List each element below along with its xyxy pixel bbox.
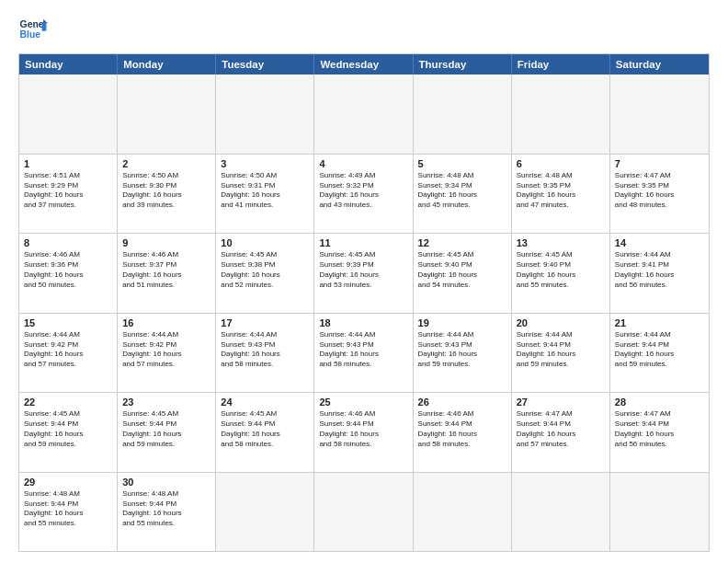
- calendar-cell: [314, 75, 413, 154]
- day-number: 22: [24, 396, 112, 408]
- calendar-cell: 20Sunrise: 4:44 AM Sunset: 9:44 PM Dayli…: [512, 314, 610, 393]
- calendar-cell: 11Sunrise: 4:45 AM Sunset: 9:39 PM Dayli…: [314, 234, 413, 313]
- calendar-cell: 29Sunrise: 4:48 AM Sunset: 9:44 PM Dayli…: [19, 473, 118, 552]
- day-number: 27: [517, 396, 605, 408]
- calendar-cell: [512, 473, 610, 552]
- cell-daylight-info: Sunrise: 4:44 AM Sunset: 9:41 PM Dayligh…: [615, 250, 704, 290]
- day-number: 7: [615, 157, 704, 170]
- calendar-cell: 7Sunrise: 4:47 AM Sunset: 9:35 PM Daylig…: [610, 155, 709, 234]
- calendar-cell: 8Sunrise: 4:46 AM Sunset: 9:36 PM Daylig…: [19, 234, 118, 313]
- calendar-cell: 30Sunrise: 4:48 AM Sunset: 9:44 PM Dayli…: [118, 473, 216, 552]
- calendar-cell: 12Sunrise: 4:45 AM Sunset: 9:40 PM Dayli…: [414, 234, 512, 313]
- calendar-row-1: 1Sunrise: 4:51 AM Sunset: 9:29 PM Daylig…: [19, 154, 709, 234]
- calendar-cell: 18Sunrise: 4:44 AM Sunset: 9:43 PM Dayli…: [314, 314, 413, 393]
- day-number: 18: [319, 316, 407, 329]
- day-number: 23: [122, 396, 210, 408]
- cell-daylight-info: Sunrise: 4:45 AM Sunset: 9:44 PM Dayligh…: [221, 409, 309, 449]
- cell-daylight-info: Sunrise: 4:48 AM Sunset: 9:34 PM Dayligh…: [418, 171, 506, 211]
- calendar-cell: [610, 75, 709, 154]
- calendar-cell: 2Sunrise: 4:50 AM Sunset: 9:30 PM Daylig…: [118, 155, 216, 234]
- cell-daylight-info: Sunrise: 4:44 AM Sunset: 9:43 PM Dayligh…: [221, 330, 309, 370]
- calendar-cell: 27Sunrise: 4:47 AM Sunset: 9:44 PM Dayli…: [512, 393, 610, 472]
- day-number: 4: [319, 157, 407, 170]
- day-number: 19: [418, 316, 506, 329]
- calendar-cell: [118, 75, 216, 154]
- day-number: 20: [517, 316, 605, 329]
- calendar-cell: 9Sunrise: 4:46 AM Sunset: 9:37 PM Daylig…: [118, 234, 216, 313]
- calendar-cell: 4Sunrise: 4:49 AM Sunset: 9:32 PM Daylig…: [314, 155, 413, 234]
- day-number: 8: [24, 236, 112, 249]
- header-day-thursday: Thursday: [414, 54, 512, 75]
- calendar-cell: 6Sunrise: 4:48 AM Sunset: 9:35 PM Daylig…: [512, 155, 610, 234]
- cell-daylight-info: Sunrise: 4:45 AM Sunset: 9:38 PM Dayligh…: [221, 250, 309, 290]
- day-number: 9: [122, 236, 210, 249]
- calendar-row-2: 8Sunrise: 4:46 AM Sunset: 9:36 PM Daylig…: [19, 233, 709, 313]
- day-number: 30: [122, 476, 210, 488]
- cell-daylight-info: Sunrise: 4:45 AM Sunset: 9:44 PM Dayligh…: [122, 409, 210, 449]
- generalblue-logo-icon: General Blue: [18, 15, 48, 44]
- calendar-cell: 14Sunrise: 4:44 AM Sunset: 9:41 PM Dayli…: [610, 234, 709, 313]
- cell-daylight-info: Sunrise: 4:47 AM Sunset: 9:35 PM Dayligh…: [615, 171, 704, 211]
- calendar-cell: [610, 473, 709, 552]
- cell-daylight-info: Sunrise: 4:44 AM Sunset: 9:43 PM Dayligh…: [319, 330, 407, 370]
- day-number: 16: [122, 316, 210, 329]
- calendar-row-5: 29Sunrise: 4:48 AM Sunset: 9:44 PM Dayli…: [19, 472, 709, 552]
- calendar-cell: 25Sunrise: 4:46 AM Sunset: 9:44 PM Dayli…: [314, 393, 413, 472]
- cell-daylight-info: Sunrise: 4:45 AM Sunset: 9:44 PM Dayligh…: [24, 409, 112, 449]
- day-number: 12: [418, 236, 506, 249]
- calendar-row-3: 15Sunrise: 4:44 AM Sunset: 9:42 PM Dayli…: [19, 313, 709, 393]
- header-day-tuesday: Tuesday: [216, 54, 314, 75]
- calendar-body: 1Sunrise: 4:51 AM Sunset: 9:29 PM Daylig…: [19, 75, 709, 551]
- calendar-cell: [216, 473, 314, 552]
- calendar-cell: 5Sunrise: 4:48 AM Sunset: 9:34 PM Daylig…: [414, 155, 512, 234]
- calendar-cell: 19Sunrise: 4:44 AM Sunset: 9:43 PM Dayli…: [414, 314, 512, 393]
- cell-daylight-info: Sunrise: 4:48 AM Sunset: 9:35 PM Dayligh…: [517, 171, 605, 211]
- day-number: 26: [418, 396, 506, 408]
- header-day-wednesday: Wednesday: [314, 54, 413, 75]
- calendar-cell: 28Sunrise: 4:47 AM Sunset: 9:44 PM Dayli…: [610, 393, 709, 472]
- day-number: 25: [319, 396, 407, 408]
- svg-text:Blue: Blue: [20, 29, 41, 40]
- svg-marker-2: [42, 22, 47, 31]
- calendar-cell: 22Sunrise: 4:45 AM Sunset: 9:44 PM Dayli…: [19, 393, 118, 472]
- calendar-cell: 24Sunrise: 4:45 AM Sunset: 9:44 PM Dayli…: [216, 393, 314, 472]
- cell-daylight-info: Sunrise: 4:48 AM Sunset: 9:44 PM Dayligh…: [24, 489, 112, 529]
- day-number: 11: [319, 236, 407, 249]
- day-number: 28: [615, 396, 704, 408]
- calendar-cell: 15Sunrise: 4:44 AM Sunset: 9:42 PM Dayli…: [19, 314, 118, 393]
- logo: General Blue: [18, 15, 48, 44]
- day-number: 13: [517, 236, 605, 249]
- cell-daylight-info: Sunrise: 4:50 AM Sunset: 9:31 PM Dayligh…: [221, 171, 309, 211]
- day-number: 2: [122, 157, 210, 170]
- header-day-sunday: Sunday: [19, 54, 118, 75]
- header-day-saturday: Saturday: [610, 54, 709, 75]
- calendar-cell: 26Sunrise: 4:46 AM Sunset: 9:44 PM Dayli…: [414, 393, 512, 472]
- calendar-cell: 3Sunrise: 4:50 AM Sunset: 9:31 PM Daylig…: [216, 155, 314, 234]
- header: General Blue: [18, 15, 710, 44]
- page: General Blue SundayMondayTuesdayWednesda…: [0, 0, 728, 563]
- cell-daylight-info: Sunrise: 4:47 AM Sunset: 9:44 PM Dayligh…: [615, 409, 704, 449]
- calendar-cell: 13Sunrise: 4:45 AM Sunset: 9:40 PM Dayli…: [512, 234, 610, 313]
- cell-daylight-info: Sunrise: 4:44 AM Sunset: 9:44 PM Dayligh…: [615, 330, 704, 370]
- calendar-cell: [216, 75, 314, 154]
- day-number: 10: [221, 236, 309, 249]
- calendar-cell: [414, 75, 512, 154]
- cell-daylight-info: Sunrise: 4:45 AM Sunset: 9:39 PM Dayligh…: [319, 250, 407, 290]
- calendar-cell: 1Sunrise: 4:51 AM Sunset: 9:29 PM Daylig…: [19, 155, 118, 234]
- calendar: SundayMondayTuesdayWednesdayThursdayFrid…: [18, 53, 710, 552]
- calendar-cell: [512, 75, 610, 154]
- calendar-cell: [314, 473, 413, 552]
- day-number: 29: [24, 476, 112, 488]
- cell-daylight-info: Sunrise: 4:46 AM Sunset: 9:44 PM Dayligh…: [418, 409, 506, 449]
- calendar-row-4: 22Sunrise: 4:45 AM Sunset: 9:44 PM Dayli…: [19, 392, 709, 472]
- calendar-cell: [19, 75, 118, 154]
- cell-daylight-info: Sunrise: 4:44 AM Sunset: 9:43 PM Dayligh…: [418, 330, 506, 370]
- calendar-row-0: [19, 75, 709, 154]
- calendar-cell: 10Sunrise: 4:45 AM Sunset: 9:38 PM Dayli…: [216, 234, 314, 313]
- cell-daylight-info: Sunrise: 4:46 AM Sunset: 9:36 PM Dayligh…: [24, 250, 112, 290]
- day-number: 21: [615, 316, 704, 329]
- cell-daylight-info: Sunrise: 4:46 AM Sunset: 9:44 PM Dayligh…: [319, 409, 407, 449]
- cell-daylight-info: Sunrise: 4:45 AM Sunset: 9:40 PM Dayligh…: [418, 250, 506, 290]
- calendar-cell: [414, 473, 512, 552]
- day-number: 17: [221, 316, 309, 329]
